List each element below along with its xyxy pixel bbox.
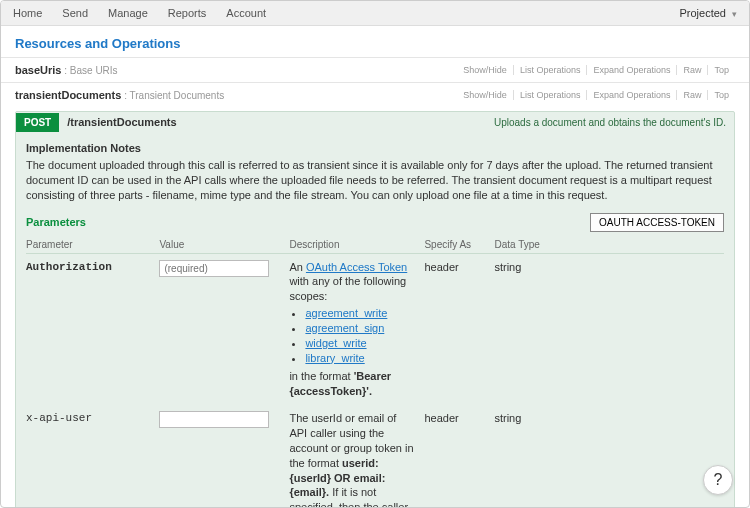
oauth-token-button[interactable]: OAUTH ACCESS-TOKEN — [590, 213, 724, 232]
http-method-badge: POST — [16, 113, 59, 132]
user-label: Projected — [679, 7, 725, 19]
resource-sub: : Transient Documents — [121, 90, 224, 101]
param-description: An OAuth Access Token with any of the fo… — [289, 253, 424, 405]
resource-baseuris[interactable]: baseUris : Base URIs Show/Hide List Oper… — [1, 57, 749, 82]
action-raw[interactable]: Raw — [677, 65, 708, 75]
action-showhide[interactable]: Show/Hide — [457, 65, 514, 75]
action-list[interactable]: List Operations — [514, 65, 588, 75]
help-icon: ? — [714, 471, 723, 489]
nav-account[interactable]: Account — [226, 7, 266, 19]
implementation-notes-title: Implementation Notes — [26, 142, 724, 154]
top-nav: Home Send Manage Reports Account Project… — [1, 1, 749, 26]
chevron-down-icon: ▾ — [732, 9, 737, 19]
resource-name: baseUris — [15, 64, 61, 76]
resource-name: transientDocuments — [15, 89, 121, 101]
scope-link[interactable]: agreement_sign — [305, 322, 384, 334]
param-specify-as: header — [424, 253, 494, 405]
action-expand[interactable]: Expand Operations — [587, 90, 677, 100]
help-button[interactable]: ? — [703, 465, 733, 495]
param-value-input[interactable] — [159, 411, 269, 428]
action-top[interactable]: Top — [708, 65, 735, 75]
action-raw[interactable]: Raw — [677, 90, 708, 100]
parameters-title: Parameters — [26, 216, 86, 228]
action-expand[interactable]: Expand Operations — [587, 65, 677, 75]
col-description: Description — [289, 236, 424, 254]
oauth-token-link[interactable]: OAuth Access Token — [306, 261, 407, 273]
nav-home[interactable]: Home — [13, 7, 42, 19]
implementation-notes-text: The document uploaded through this call … — [26, 158, 724, 203]
col-data-type: Data Type — [494, 236, 724, 254]
page-title: Resources and Operations — [1, 26, 749, 57]
operation-header[interactable]: POST /transientDocuments Uploads a docum… — [16, 112, 734, 132]
nav-reports[interactable]: Reports — [168, 7, 207, 19]
operation-panel: POST /transientDocuments Uploads a docum… — [15, 111, 735, 508]
param-data-type: string — [494, 405, 724, 508]
col-parameter: Parameter — [26, 236, 159, 254]
action-top[interactable]: Top — [708, 90, 735, 100]
operation-body: Implementation Notes The document upload… — [16, 132, 734, 508]
resource-actions: Show/Hide List Operations Expand Operati… — [457, 65, 735, 75]
col-value: Value — [159, 236, 289, 254]
action-list[interactable]: List Operations — [514, 90, 588, 100]
col-specify-as: Specify As — [424, 236, 494, 254]
resource-transientdocs[interactable]: transientDocuments : Transient Documents… — [1, 82, 749, 107]
resource-actions: Show/Hide List Operations Expand Operati… — [457, 90, 735, 100]
param-row-x-api-user: x-api-user The userId or email of API ca… — [26, 405, 724, 508]
scope-link[interactable]: widget_write — [305, 337, 366, 349]
param-data-type: string — [494, 253, 724, 405]
resource-sub: : Base URIs — [61, 65, 117, 76]
param-name: Authorization — [26, 253, 159, 405]
operation-summary: Uploads a document and obtains the docum… — [486, 113, 734, 132]
param-value-input[interactable] — [159, 260, 269, 277]
scope-link[interactable]: library_write — [305, 352, 364, 364]
operation-path: /transientDocuments — [59, 112, 184, 132]
param-description: The userId or email of API caller using … — [289, 405, 424, 508]
param-name: x-api-user — [26, 405, 159, 508]
user-dropdown[interactable]: Projected ▾ — [679, 7, 737, 19]
nav-send[interactable]: Send — [62, 7, 88, 19]
nav-manage[interactable]: Manage — [108, 7, 148, 19]
scope-link[interactable]: agreement_write — [305, 307, 387, 319]
param-specify-as: header — [424, 405, 494, 508]
parameters-table: Parameter Value Description Specify As D… — [26, 236, 724, 508]
action-showhide[interactable]: Show/Hide — [457, 90, 514, 100]
param-row-authorization: Authorization An OAuth Access Token with… — [26, 253, 724, 405]
